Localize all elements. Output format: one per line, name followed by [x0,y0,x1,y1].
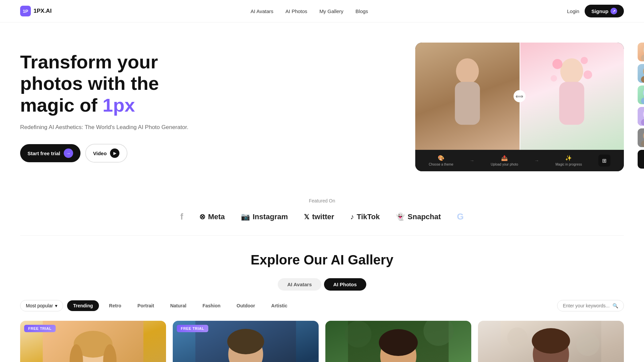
gallery-card-2[interactable]: FREE TRIAL [173,321,319,362]
svg-rect-13 [641,98,644,104]
step-arrow-1: → [470,158,474,163]
tab-ai-photos[interactable]: AI Photos [324,278,366,291]
thumbnail-5[interactable] [638,128,644,147]
svg-rect-11 [641,76,644,83]
thumbnail-strip: ⊞ [638,43,644,169]
hero-section: Transform your photos with the magic of … [0,22,644,185]
gallery-card-3[interactable] [325,321,471,362]
filter-outdoor[interactable]: Outdoor [230,300,261,311]
meta-logo: ⊗ Meta [199,213,225,221]
after-photo [520,43,624,150]
filter-portrait[interactable]: Portrait [131,300,160,311]
gallery-section: Explore Our AI Gallery AI Avatars AI Pho… [0,236,644,362]
most-popular-dropdown[interactable]: Most popular ▾ [20,300,63,311]
play-icon: ▶ [110,148,119,158]
login-button[interactable]: Login [567,8,579,14]
svg-point-7 [584,70,592,79]
svg-rect-3 [559,82,584,125]
grid-view-button[interactable]: ⊞ [598,155,610,167]
filter-artistic[interactable]: Artistic [265,300,293,311]
svg-point-0 [456,58,479,84]
before-photo [415,43,520,150]
facebook-logo: f [180,212,183,222]
before-after-view: Before After [415,43,624,150]
svg-point-34 [345,321,372,348]
gallery-card-4[interactable] [478,321,624,362]
step-upload-photo: 📤 Upload your photo [491,155,518,167]
instagram-logo: 📷 Instagram [241,213,288,221]
gallery-tabs: AI Avatars AI Photos [20,278,624,291]
facebook-icon: f [180,212,183,222]
thumbnail-1[interactable] [638,43,644,61]
svg-point-4 [552,59,562,69]
filter-fashion[interactable]: Fashion [197,300,227,311]
featured-section: Featured On f ⊗ Meta 📷 Instagram 𝕏 twitt… [0,185,644,235]
google-icon: G [457,212,464,222]
nav-ai-avatars[interactable]: AI Avatars [251,8,273,14]
nav-blogs[interactable]: Blogs [356,8,368,14]
thumbnail-grid-icon[interactable]: ⊞ [638,150,644,169]
filter-retro[interactable]: Retro [103,300,127,311]
signup-button[interactable]: Signup ↗ [585,5,624,17]
brand-name: 1PX.AI [34,8,52,14]
tab-ai-avatars[interactable]: AI Avatars [278,278,321,291]
snapchat-icon: 👻 [396,213,405,221]
svg-rect-1 [455,82,480,125]
upload-icon: 📤 [501,155,508,161]
nav-ai-photos[interactable]: AI Photos [285,8,307,14]
svg-point-2 [560,58,583,84]
svg-point-33 [379,329,418,356]
featured-logos: f ⊗ Meta 📷 Instagram 𝕏 twitter ♪ TikTok … [0,212,644,222]
instagram-icon: 📷 [241,213,250,221]
free-trial-badge-1: FREE TRIAL [24,325,56,332]
tiktok-name: TikTok [357,213,380,221]
trial-arrow-icon: → [64,148,73,158]
brand-logo[interactable]: 1P 1PX.AI [20,6,52,16]
card-4-image [478,321,624,362]
hero-buttons: Start free trial → Video ▶ [20,144,274,163]
instagram-name: Instagram [253,213,288,221]
gallery-search-input[interactable] [563,303,610,308]
hero-title: Transform your photos with the magic of … [20,51,274,116]
google-logo: G [457,212,464,222]
card-3-image [325,321,471,362]
hero-subtitle: Redefining AI Aesthetics: The World's Le… [20,123,274,132]
meta-icon: ⊗ [199,213,205,221]
filter-trending[interactable]: Trending [67,300,99,311]
free-trial-badge-2: FREE TRIAL [177,325,208,332]
start-trial-button[interactable]: Start free trial → [20,144,80,162]
nav-right: Login Signup ↗ [567,5,624,17]
meta-name: Meta [208,213,225,221]
gallery-grid: FREE TRIAL FREE TRIAL [20,321,624,362]
filter-natural[interactable]: Natural [164,300,192,311]
before-after-card: Before After [415,43,624,171]
step-choose-theme: 🎨 Choose a theme [429,155,453,167]
logo-icon: 1P [20,6,31,16]
gallery-title: Explore Our AI Gallery [20,252,624,267]
step-magic: ✨ Magic in progress [555,155,582,167]
thumbnail-4[interactable] [638,107,644,126]
svg-point-42 [576,333,600,356]
nav-my-gallery[interactable]: My Gallery [319,8,343,14]
svg-point-41 [507,327,528,348]
gallery-filters: Most popular ▾ Trending Retro Portrait N… [20,300,624,311]
slider-handle[interactable]: ⟺ [514,90,526,102]
gallery-search-box[interactable]: 🔍 [557,300,624,311]
palette-icon: 🎨 [438,155,444,161]
svg-point-29 [227,329,264,354]
card-steps-bar: 🎨 Choose a theme → 📤 Upload your photo →… [415,150,624,171]
snapchat-logo: 👻 Snapchat [396,213,441,221]
thumbnail-3[interactable] [638,85,644,104]
most-popular-label: Most popular [26,303,53,308]
video-button[interactable]: Video ▶ [85,144,128,163]
after-person-svg [520,43,624,150]
thumbnail-2[interactable] [638,64,644,83]
gallery-card-1[interactable]: FREE TRIAL [20,321,166,362]
svg-point-5 [581,57,588,64]
hero-image-area: Before After [298,43,624,171]
hero-text-block: Transform your photos with the magic of … [20,51,274,163]
search-icon: 🔍 [612,303,618,308]
signup-arrow-icon: ↗ [610,8,617,14]
svg-point-6 [551,75,557,81]
tiktok-icon: ♪ [350,213,354,221]
